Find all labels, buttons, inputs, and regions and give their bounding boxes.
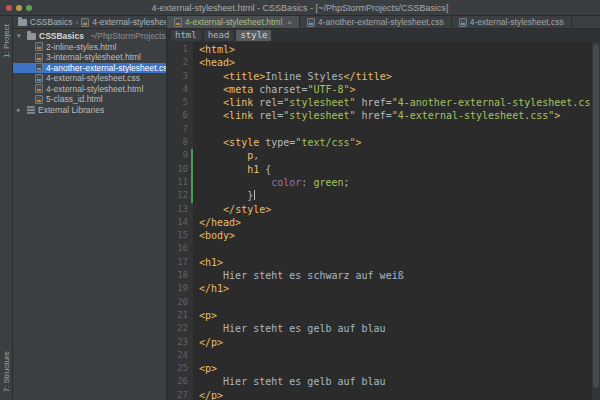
html-file-icon bbox=[174, 18, 182, 27]
code-line[interactable]: </p> bbox=[199, 389, 600, 400]
code-line[interactable]: <p> bbox=[199, 362, 600, 375]
tree-item-label: 4-another-external-stylesheet.css bbox=[46, 63, 166, 73]
code-line[interactable]: Hier steht es schwarz auf weiß bbox=[199, 269, 600, 282]
editor-scrollbar[interactable] bbox=[591, 42, 600, 400]
project-tree-item[interactable]: 4-another-external-stylesheet.css bbox=[13, 63, 166, 74]
editor-tab[interactable]: 4-external-stylesheet.html× bbox=[167, 16, 300, 28]
project-tree-item[interactable]: 4-external-stylesheet.html bbox=[13, 84, 166, 95]
code-line[interactable]: <p> bbox=[199, 309, 600, 322]
line-number: 16 bbox=[167, 242, 188, 255]
line-number: 22 bbox=[167, 322, 188, 335]
editor-gutter[interactable]: 1234567891011121314151617181920212223242… bbox=[167, 42, 193, 400]
minimize-window-button[interactable] bbox=[16, 5, 22, 11]
code-line[interactable]: <title>Inline Styles</title> bbox=[199, 70, 600, 83]
project-tree-external-libraries[interactable]: ▸External Libraries bbox=[13, 105, 166, 116]
code-line[interactable]: <link rel="stylesheet" href="4-external-… bbox=[199, 109, 600, 122]
line-number: 13 bbox=[167, 203, 188, 216]
window-controls bbox=[0, 5, 32, 11]
project-tree-root[interactable]: ▾CSSBasics~/PhpStormProjects/CSSBasics bbox=[13, 31, 166, 42]
folder-icon bbox=[27, 33, 36, 40]
code-line[interactable]: <link rel="stylesheet" href="4-another-e… bbox=[199, 96, 600, 109]
vcs-change-marker bbox=[191, 149, 193, 202]
code-line[interactable]: Hier steht es gelb auf blau bbox=[199, 375, 600, 388]
project-root-path: ~/PhpStormProjects/CSSBasics bbox=[90, 31, 166, 41]
line-number: 8 bbox=[167, 136, 188, 149]
line-number: 20 bbox=[167, 296, 188, 309]
code-line[interactable]: h1 { bbox=[199, 163, 600, 176]
project-tree-item[interactable]: 2-inline-styles.html bbox=[13, 42, 166, 53]
line-number: 6 bbox=[167, 109, 188, 122]
css-file-icon bbox=[35, 74, 43, 83]
editor-tab[interactable]: 4-external-stylesheet.css bbox=[452, 16, 572, 28]
close-tab-icon[interactable]: × bbox=[287, 18, 292, 27]
code-line[interactable] bbox=[199, 349, 600, 362]
line-number: 3 bbox=[167, 70, 188, 83]
tool-button-structure[interactable]: 7: Structure bbox=[2, 351, 11, 392]
code-line[interactable]: <meta charset="UTF-8"> bbox=[199, 83, 600, 96]
chevron-down-icon[interactable]: ▾ bbox=[17, 32, 24, 40]
code-line[interactable]: } bbox=[199, 189, 600, 202]
code-editor[interactable]: <html><head> <title>Inline Styles</title… bbox=[193, 42, 600, 400]
html-file-icon bbox=[35, 53, 43, 62]
code-line[interactable]: p, bbox=[199, 149, 600, 162]
line-number: 14 bbox=[167, 216, 188, 229]
project-tree-item[interactable]: 4-external-stylesheet.css bbox=[13, 73, 166, 84]
line-number: 10 bbox=[167, 163, 188, 176]
code-line[interactable]: </p> bbox=[199, 336, 600, 349]
tool-button-project[interactable]: 1: Project bbox=[2, 24, 11, 58]
line-number: 18 bbox=[167, 269, 188, 282]
project-tree-item[interactable]: 5-class_id.html bbox=[13, 94, 166, 105]
code-line[interactable]: Hier steht es gelb auf blau bbox=[199, 322, 600, 335]
close-window-button[interactable] bbox=[6, 5, 12, 11]
editor: htmlheadstyle 12345678910111213141516171… bbox=[167, 29, 600, 400]
code-line[interactable]: <head> bbox=[199, 56, 600, 69]
window-titlebar[interactable]: 4-external-stylesheet.html - CSSBasics -… bbox=[0, 0, 600, 16]
project-root-name: CSSBasics bbox=[39, 31, 84, 41]
tree-item-label: 2-inline-styles.html bbox=[46, 42, 116, 52]
line-number: 7 bbox=[167, 123, 188, 136]
line-number: 5 bbox=[167, 96, 188, 109]
navbar-project-crumb[interactable]: CSSBasics bbox=[30, 17, 73, 27]
code-line[interactable] bbox=[199, 242, 600, 255]
breadcrumb-html[interactable]: html bbox=[171, 30, 201, 41]
line-number: 24 bbox=[167, 349, 188, 362]
project-panel: ▾CSSBasics~/PhpStormProjects/CSSBasics2-… bbox=[13, 29, 167, 400]
window-title: 4-external-stylesheet.html - CSSBasics -… bbox=[152, 3, 449, 13]
tree-item-label: 3-internal-stylesheet.html bbox=[46, 52, 141, 62]
code-area: 1234567891011121314151617181920212223242… bbox=[167, 42, 600, 400]
scrollbar-thumb[interactable] bbox=[593, 44, 599, 388]
code-line[interactable]: <html> bbox=[199, 43, 600, 56]
line-number: 1 bbox=[167, 43, 188, 56]
css-file-icon bbox=[307, 18, 315, 27]
code-line[interactable]: <style type="text/css"> bbox=[199, 136, 600, 149]
code-line[interactable]: </h1> bbox=[199, 282, 600, 295]
editor-tab[interactable]: 4-another-external-stylesheet.css bbox=[300, 16, 452, 28]
code-line[interactable]: </head> bbox=[199, 216, 600, 229]
code-line[interactable]: <h1> bbox=[199, 256, 600, 269]
ide-window: 4-external-stylesheet.html - CSSBasics -… bbox=[0, 0, 600, 400]
line-number: 2 bbox=[167, 56, 188, 69]
tree-item-label: 4-external-stylesheet.css bbox=[46, 73, 140, 83]
breadcrumb-head[interactable]: head bbox=[204, 30, 234, 41]
html-file-icon bbox=[81, 18, 89, 27]
chevron-right-icon[interactable]: ▸ bbox=[17, 106, 24, 114]
line-number: 23 bbox=[167, 336, 188, 349]
editor-tab-bar: 4-external-stylesheet.html×4-another-ext… bbox=[167, 16, 600, 28]
chevron-right-icon: › bbox=[76, 18, 79, 27]
line-number: 26 bbox=[167, 375, 188, 388]
code-line[interactable]: color: green; bbox=[199, 176, 600, 189]
tab-label: 4-another-external-stylesheet.css bbox=[318, 17, 444, 27]
code-line[interactable]: <body> bbox=[199, 229, 600, 242]
code-line[interactable] bbox=[199, 296, 600, 309]
html-file-icon bbox=[35, 42, 43, 51]
html-file-icon bbox=[35, 84, 43, 93]
tree-item-label: 5-class_id.html bbox=[46, 94, 103, 104]
breadcrumb-style[interactable]: style bbox=[236, 30, 271, 41]
zoom-window-button[interactable] bbox=[26, 5, 32, 11]
code-line[interactable] bbox=[199, 123, 600, 136]
line-number: 19 bbox=[167, 282, 188, 295]
navbar-file-crumb[interactable]: 4-external-stylesheet.html bbox=[92, 17, 167, 27]
line-number: 17 bbox=[167, 256, 188, 269]
project-tree-item[interactable]: 3-internal-stylesheet.html bbox=[13, 52, 166, 63]
code-line[interactable]: </style> bbox=[199, 203, 600, 216]
